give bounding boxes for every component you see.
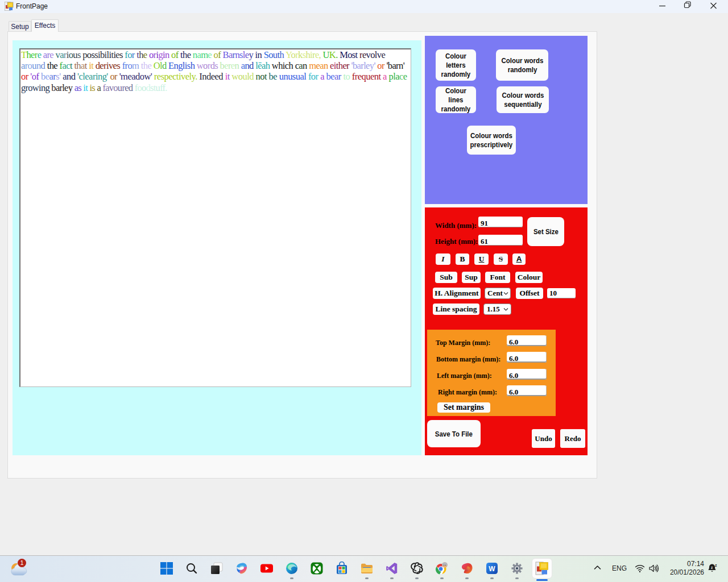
svg-text:z: z: [715, 563, 717, 567]
svg-text:W: W: [489, 565, 495, 573]
